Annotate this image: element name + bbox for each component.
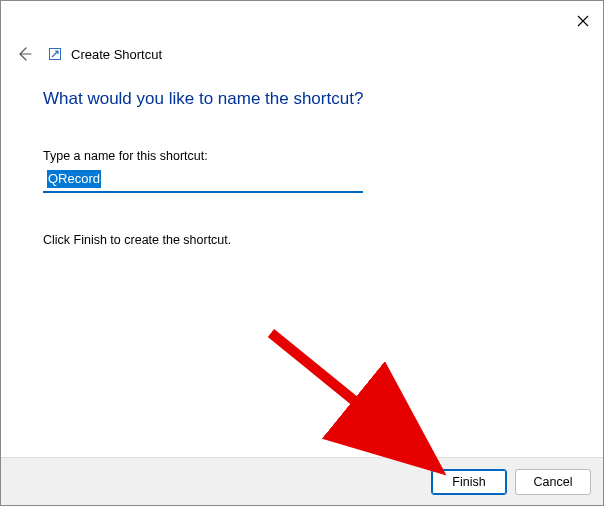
shortcut-name-value: QRecord xyxy=(47,170,101,188)
cancel-button[interactable]: Cancel xyxy=(515,469,591,495)
wizard-heading: What would you like to name the shortcut… xyxy=(43,89,561,109)
shortcut-overlay-icon xyxy=(49,48,61,60)
titlebar xyxy=(1,1,603,41)
header-row: Create Shortcut xyxy=(1,41,603,63)
wizard-window: Create Shortcut What would you like to n… xyxy=(0,0,604,506)
footer-bar: Finish Cancel xyxy=(1,457,603,505)
back-arrow-icon[interactable] xyxy=(15,45,33,63)
instruction-text: Click Finish to create the shortcut. xyxy=(43,233,561,247)
finish-button[interactable]: Finish xyxy=(431,469,507,495)
content-area: What would you like to name the shortcut… xyxy=(1,63,603,457)
shortcut-name-input[interactable]: QRecord xyxy=(43,167,363,193)
shortcut-name-label: Type a name for this shortcut: xyxy=(43,149,561,163)
page-title: Create Shortcut xyxy=(71,47,162,62)
close-icon[interactable] xyxy=(577,15,589,27)
